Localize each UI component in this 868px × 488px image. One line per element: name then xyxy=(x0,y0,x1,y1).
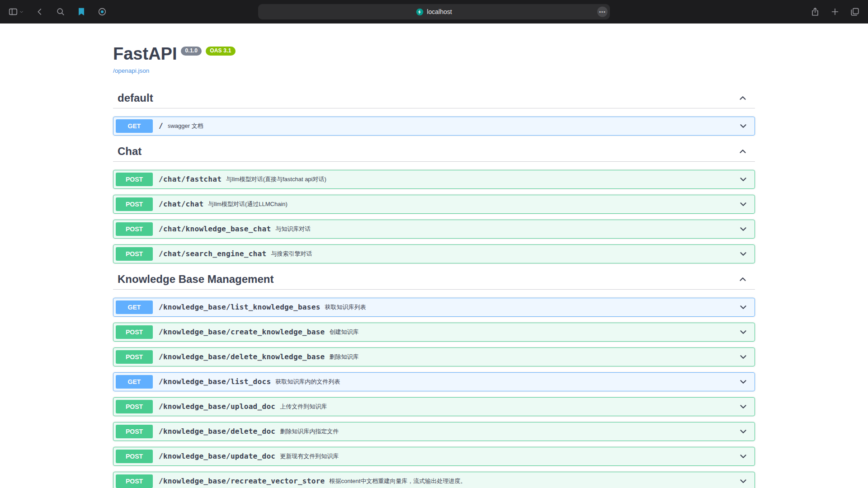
bookmark-teal-icon xyxy=(76,7,86,17)
http-method-badge: GET xyxy=(116,119,153,133)
chevron-down-icon xyxy=(738,451,748,461)
section-header[interactable]: default xyxy=(113,88,755,108)
endpoint-path: /chat/chat xyxy=(159,200,203,208)
operation-row[interactable]: POST /knowledge_base/delete_knowledge_ba… xyxy=(113,347,755,366)
endpoint-path: /chat/knowledge_base_chat xyxy=(159,225,271,233)
collapse-section-button[interactable] xyxy=(738,274,748,284)
section-header[interactable]: Knowledge Base Management xyxy=(113,269,755,290)
api-info-block: FastAPI0.1.0OAS 3.1 /openapi.json xyxy=(113,23,755,75)
back-button[interactable] xyxy=(35,7,45,17)
section-title: Knowledge Base Management xyxy=(118,273,738,286)
expand-operation-button[interactable] xyxy=(738,352,748,362)
toolbar-left-group xyxy=(8,7,107,17)
chevron-down-icon xyxy=(738,249,748,259)
fastapi-favicon-icon xyxy=(416,8,424,16)
operation-row[interactable]: POST /chat/fastchat 与llm模型对话(直接与fastchat… xyxy=(113,170,755,189)
operation-row[interactable]: POST /knowledge_base/delete_doc 删除知识库内指定… xyxy=(113,422,755,441)
search-button[interactable] xyxy=(56,7,66,17)
operations-list: GET /knowledge_base/list_knowledge_bases… xyxy=(113,298,755,488)
endpoint-summary: 删除知识库 xyxy=(330,352,738,361)
chevron-down-icon xyxy=(738,121,748,131)
expand-operation-button[interactable] xyxy=(738,476,748,486)
extension-bookmark-button[interactable] xyxy=(76,7,86,17)
endpoint-path: /knowledge_base/list_knowledge_bases xyxy=(159,303,321,311)
address-bar-content: localhost xyxy=(416,8,452,16)
page-title: FastAPI0.1.0OAS 3.1 xyxy=(113,44,755,64)
api-tag-section: Knowledge Base Management GET /knowledge… xyxy=(113,269,755,488)
endpoint-path: /knowledge_base/recreate_vector_store xyxy=(159,477,325,485)
section-title: Chat xyxy=(118,145,738,158)
chevron-up-icon xyxy=(738,93,748,103)
expand-operation-button[interactable] xyxy=(738,199,748,209)
new-tab-button[interactable] xyxy=(830,7,840,17)
collapse-section-button[interactable] xyxy=(738,146,748,156)
search-icon xyxy=(56,7,66,17)
page-settings-button[interactable]: ••• xyxy=(597,7,608,17)
endpoint-summary: 上传文件到知识库 xyxy=(280,402,738,411)
endpoint-path: /knowledge_base/delete_doc xyxy=(159,427,275,436)
operation-row[interactable]: POST /chat/search_engine_chat 与搜索引擎对话 xyxy=(113,244,755,263)
chevron-down-icon xyxy=(738,352,748,362)
chevron-down-icon xyxy=(738,377,748,387)
http-method-badge: GET xyxy=(116,300,153,314)
http-method-badge: POST xyxy=(116,197,153,211)
operation-row[interactable]: POST /chat/chat 与llm模型对话(通过LLMChain) xyxy=(113,195,755,214)
expand-operation-button[interactable] xyxy=(738,327,748,337)
operations-list: GET / swagger 文档 xyxy=(113,117,755,136)
record-circle-icon xyxy=(97,7,107,17)
endpoint-path: /chat/fastchat xyxy=(159,175,222,183)
endpoint-summary: 创建知识库 xyxy=(330,328,738,336)
expand-operation-button[interactable] xyxy=(738,174,748,184)
http-method-badge: POST xyxy=(116,450,153,463)
operation-row[interactable]: POST /knowledge_base/create_knowledge_ba… xyxy=(113,323,755,342)
expand-operation-button[interactable] xyxy=(738,402,748,412)
operation-row[interactable]: GET / swagger 文档 xyxy=(113,117,755,136)
operation-row[interactable]: GET /knowledge_base/list_docs 获取知识库内的文件列… xyxy=(113,372,755,391)
extension-record-button[interactable] xyxy=(97,7,107,17)
endpoint-summary: 根据content中文档重建向量库，流式输出处理进度。 xyxy=(330,477,738,485)
operation-row[interactable]: POST /knowledge_base/update_doc 更新现有文件到知… xyxy=(113,447,755,466)
sidebar-toggle-button[interactable] xyxy=(8,7,24,17)
expand-operation-button[interactable] xyxy=(738,302,748,312)
api-sections-container: default GET / swagger 文档 Chat POST /chat… xyxy=(113,88,755,488)
chevron-up-icon xyxy=(738,146,748,156)
chevron-up-icon xyxy=(738,274,748,284)
operation-row[interactable]: POST /knowledge_base/upload_doc 上传文件到知识库 xyxy=(113,397,755,416)
expand-operation-button[interactable] xyxy=(738,451,748,461)
plus-icon xyxy=(830,7,840,17)
endpoint-path: / xyxy=(159,122,163,130)
share-button[interactable] xyxy=(810,7,820,17)
expand-operation-button[interactable] xyxy=(738,121,748,131)
address-bar[interactable]: localhost ••• xyxy=(258,4,610,19)
tab-overview-button[interactable] xyxy=(850,7,860,17)
http-method-badge: POST xyxy=(116,247,153,261)
chevron-down-icon xyxy=(738,174,748,184)
browser-toolbar: localhost ••• xyxy=(0,0,868,23)
endpoint-summary: 获取知识库列表 xyxy=(325,303,738,311)
collapse-section-button[interactable] xyxy=(738,93,748,103)
expand-operation-button[interactable] xyxy=(738,249,748,259)
operation-row[interactable]: POST /knowledge_base/recreate_vector_sto… xyxy=(113,472,755,488)
endpoint-path: /chat/search_engine_chat xyxy=(159,249,266,258)
chevron-down-icon xyxy=(738,327,748,337)
endpoint-path: /knowledge_base/create_knowledge_base xyxy=(159,328,325,336)
http-method-badge: POST xyxy=(116,400,153,413)
http-method-badge: POST xyxy=(116,325,153,339)
chevron-down-icon xyxy=(738,302,748,312)
endpoint-path: /knowledge_base/delete_knowledge_base xyxy=(159,352,325,361)
http-method-badge: POST xyxy=(116,474,153,488)
expand-operation-button[interactable] xyxy=(738,377,748,387)
endpoint-summary: swagger 文档 xyxy=(168,122,738,130)
expand-operation-button[interactable] xyxy=(738,427,748,436)
endpoint-path: /knowledge_base/upload_doc xyxy=(159,402,275,411)
section-header[interactable]: Chat xyxy=(113,141,755,162)
toolbar-right-group xyxy=(810,7,860,17)
sidebar-icon xyxy=(8,7,18,17)
back-chevron-icon xyxy=(35,7,45,17)
operation-row[interactable]: POST /chat/knowledge_base_chat 与知识库对话 xyxy=(113,220,755,239)
operations-list: POST /chat/fastchat 与llm模型对话(直接与fastchat… xyxy=(113,170,755,263)
operation-row[interactable]: GET /knowledge_base/list_knowledge_bases… xyxy=(113,298,755,317)
openapi-json-link[interactable]: /openapi.json xyxy=(113,67,149,74)
expand-operation-button[interactable] xyxy=(738,224,748,234)
swagger-page: FastAPI0.1.0OAS 3.1 /openapi.json defaul… xyxy=(0,23,868,488)
